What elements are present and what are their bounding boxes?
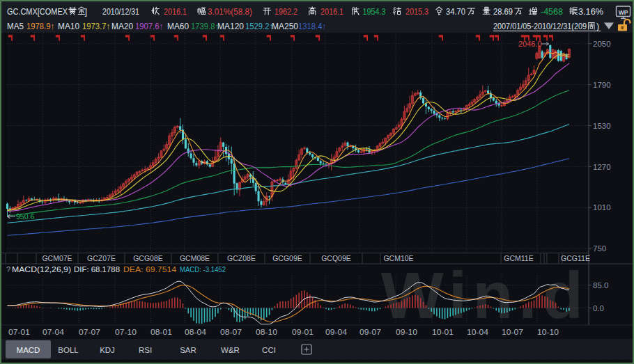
svg-text:MACD(12,26,9): MACD(12,26,9): [12, 265, 71, 274]
svg-text:GCG09E: GCG09E: [272, 254, 302, 262]
svg-text:1530: 1530: [593, 122, 611, 130]
svg-text:09-10: 09-10: [396, 328, 417, 336]
svg-text:07-07: 07-07: [79, 328, 100, 336]
svg-text:CCI: CCI: [262, 346, 276, 354]
svg-text:10-01: 10-01: [432, 328, 454, 336]
svg-text:1790: 1790: [593, 81, 611, 89]
svg-text:]: ]: [85, 6, 88, 17]
svg-text:?: ?: [6, 265, 10, 274]
svg-text:GCG08E: GCG08E: [133, 254, 163, 262]
svg-text:GCZ08E: GCZ08E: [227, 254, 256, 262]
svg-text:): ): [596, 22, 599, 31]
svg-text:Win.d: Win.d: [381, 258, 589, 332]
svg-text:34.70: 34.70: [446, 6, 465, 17]
svg-text:MA60: MA60: [167, 22, 189, 31]
svg-text:SAR: SAR: [180, 346, 196, 354]
svg-text:28.69: 28.69: [493, 6, 513, 17]
svg-text:3.16%: 3.16%: [578, 6, 603, 17]
svg-text:2010/12/31: 2010/12/31: [102, 6, 139, 17]
svg-text:GCZ07E: GCZ07E: [87, 254, 116, 262]
svg-text:DIF: 68.1788: DIF: 68.1788: [74, 265, 120, 274]
svg-text:MA20: MA20: [111, 22, 133, 31]
svg-text:08-04: 08-04: [185, 328, 207, 336]
svg-text:950.6: 950.6: [16, 212, 34, 221]
svg-text:GC.CMX[COMEX: GC.CMX[COMEX: [7, 6, 68, 17]
svg-text:750: 750: [593, 244, 606, 253]
svg-text:1739.8↑: 1739.8↑: [191, 22, 219, 31]
svg-text:08-10: 08-10: [256, 328, 277, 336]
svg-text:WP: WP: [619, 9, 628, 16]
svg-text:10-10: 10-10: [537, 328, 559, 336]
svg-text:10-07: 10-07: [502, 328, 523, 336]
svg-text:1010: 1010: [593, 203, 611, 212]
svg-text:GCM08E: GCM08E: [180, 254, 210, 262]
svg-text:2007/01/05-2010/12/31(209: 2007/01/05-2010/12/31(209: [493, 22, 587, 31]
svg-text:07-01: 07-01: [8, 328, 30, 336]
svg-text:1529.2↑: 1529.2↑: [245, 22, 273, 31]
svg-text:2046.0: 2046.0: [518, 40, 542, 48]
svg-text:1973.7↑: 1973.7↑: [82, 22, 110, 31]
svg-text:1962.2: 1962.2: [275, 6, 297, 17]
svg-text:2050: 2050: [593, 40, 611, 48]
svg-text:MACD: MACD: [17, 346, 40, 354]
svg-text:07-10: 07-10: [115, 328, 137, 336]
svg-text:2016.1: 2016.1: [164, 6, 187, 17]
svg-text:3.01%(58.8): 3.01%(58.8): [208, 6, 252, 17]
svg-text:BOLL: BOLL: [58, 346, 79, 354]
svg-text:GCM07E: GCM07E: [42, 254, 72, 262]
svg-text:GCQ09E: GCQ09E: [321, 254, 351, 262]
svg-text:09-01: 09-01: [292, 328, 314, 336]
svg-text:MA120: MA120: [217, 22, 244, 31]
svg-text:08-01: 08-01: [150, 328, 172, 336]
svg-text:MA5: MA5: [7, 22, 24, 31]
svg-text:1978.9↑: 1978.9↑: [26, 22, 54, 31]
svg-text:W&R: W&R: [221, 346, 240, 354]
svg-text:09-04: 09-04: [325, 328, 348, 336]
svg-text:MACD: -3.1452: MACD: -3.1452: [180, 265, 226, 274]
svg-text:08-07: 08-07: [220, 328, 242, 336]
svg-text:1270: 1270: [593, 163, 611, 171]
svg-text:09-07: 09-07: [359, 328, 381, 336]
svg-text:RSI: RSI: [139, 346, 152, 354]
svg-text:-4568: -4568: [541, 6, 563, 17]
svg-text:DEA: 69.7514: DEA: 69.7514: [123, 265, 177, 274]
svg-text:0.0: 0.0: [593, 304, 604, 312]
svg-text:KDJ: KDJ: [100, 346, 115, 354]
svg-text:07-04: 07-04: [42, 328, 65, 336]
svg-text:10-04: 10-04: [467, 328, 489, 336]
svg-text:1318.4↑: 1318.4↑: [298, 22, 326, 31]
svg-text:1954.3: 1954.3: [363, 6, 386, 17]
svg-text:2015.3: 2015.3: [405, 6, 428, 17]
svg-text:85.0: 85.0: [593, 281, 608, 290]
svg-text:1907.6↑: 1907.6↑: [135, 22, 163, 31]
svg-text:MA10: MA10: [58, 22, 79, 31]
svg-text:MA250: MA250: [272, 22, 298, 31]
svg-text:2016.1: 2016.1: [320, 6, 343, 17]
